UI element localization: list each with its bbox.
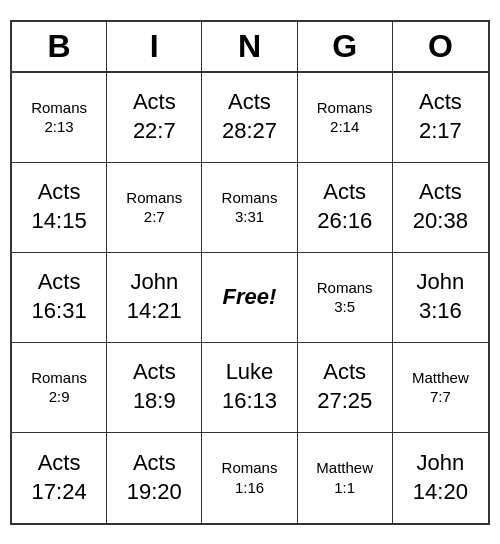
cell-text-22: Romans1:16	[222, 458, 278, 497]
header-letter-N: N	[202, 22, 297, 71]
bingo-cell-15: Romans2:9	[12, 343, 107, 433]
bingo-card: BINGO Romans2:13Acts22:7Acts28:27Romans2…	[10, 20, 490, 525]
header-letter-O: O	[393, 22, 488, 71]
bingo-cell-19: Matthew7:7	[393, 343, 488, 433]
bingo-cell-2: Acts28:27	[202, 73, 297, 163]
cell-text-20: Acts17:24	[32, 449, 87, 506]
cell-text-18: Acts27:25	[317, 358, 372, 415]
cell-text-10: Acts16:31	[32, 268, 87, 325]
cell-text-23: Matthew1:1	[316, 458, 373, 497]
bingo-cell-12: Free!	[202, 253, 297, 343]
cell-text-15: Romans2:9	[31, 368, 87, 407]
cell-text-24: John14:20	[413, 449, 468, 506]
bingo-cell-10: Acts16:31	[12, 253, 107, 343]
bingo-cell-4: Acts2:17	[393, 73, 488, 163]
cell-text-3: Romans2:14	[317, 98, 373, 137]
bingo-cell-0: Romans2:13	[12, 73, 107, 163]
bingo-cell-8: Acts26:16	[298, 163, 393, 253]
cell-text-7: Romans3:31	[222, 188, 278, 227]
header-letter-B: B	[12, 22, 107, 71]
bingo-cell-9: Acts20:38	[393, 163, 488, 253]
cell-text-8: Acts26:16	[317, 178, 372, 235]
cell-text-19: Matthew7:7	[412, 368, 469, 407]
bingo-cell-22: Romans1:16	[202, 433, 297, 523]
cell-text-6: Romans2:7	[126, 188, 182, 227]
bingo-cell-23: Matthew1:1	[298, 433, 393, 523]
cell-text-13: Romans3:5	[317, 278, 373, 317]
cell-text-21: Acts19:20	[127, 449, 182, 506]
bingo-cell-16: Acts18:9	[107, 343, 202, 433]
free-space: Free!	[223, 284, 277, 310]
cell-text-1: Acts22:7	[133, 88, 176, 145]
bingo-header: BINGO	[12, 22, 488, 73]
cell-text-9: Acts20:38	[413, 178, 468, 235]
bingo-cell-24: John14:20	[393, 433, 488, 523]
bingo-cell-3: Romans2:14	[298, 73, 393, 163]
bingo-cell-14: John3:16	[393, 253, 488, 343]
bingo-cell-1: Acts22:7	[107, 73, 202, 163]
cell-text-14: John3:16	[417, 268, 465, 325]
bingo-cell-21: Acts19:20	[107, 433, 202, 523]
bingo-cell-20: Acts17:24	[12, 433, 107, 523]
cell-text-2: Acts28:27	[222, 88, 277, 145]
cell-text-4: Acts2:17	[419, 88, 462, 145]
cell-text-5: Acts14:15	[32, 178, 87, 235]
bingo-cell-11: John14:21	[107, 253, 202, 343]
cell-text-16: Acts18:9	[133, 358, 176, 415]
cell-text-11: John14:21	[127, 268, 182, 325]
bingo-cell-7: Romans3:31	[202, 163, 297, 253]
bingo-cell-18: Acts27:25	[298, 343, 393, 433]
header-letter-G: G	[298, 22, 393, 71]
bingo-cell-5: Acts14:15	[12, 163, 107, 253]
bingo-cell-17: Luke16:13	[202, 343, 297, 433]
header-letter-I: I	[107, 22, 202, 71]
cell-text-0: Romans2:13	[31, 98, 87, 137]
bingo-grid: Romans2:13Acts22:7Acts28:27Romans2:14Act…	[12, 73, 488, 523]
cell-text-17: Luke16:13	[222, 358, 277, 415]
bingo-cell-13: Romans3:5	[298, 253, 393, 343]
bingo-cell-6: Romans2:7	[107, 163, 202, 253]
